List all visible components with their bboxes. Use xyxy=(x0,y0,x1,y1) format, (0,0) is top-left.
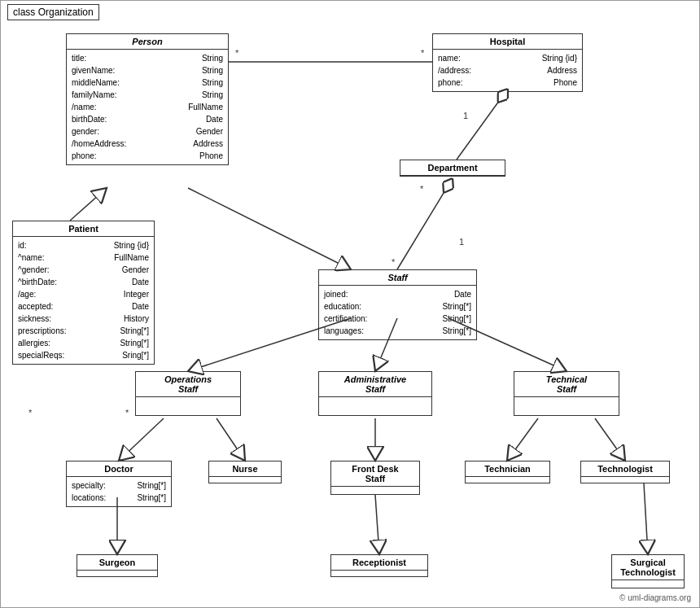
class-surgeon-name: Surgeon xyxy=(77,555,157,571)
multiplicity-staff-star: * xyxy=(392,257,396,267)
svg-line-16 xyxy=(375,495,379,554)
class-surgical-technologist-name: Surgical Technologist xyxy=(612,555,684,580)
multiplicity-person-hospital-right: * xyxy=(421,48,425,58)
class-nurse-name: Nurse xyxy=(209,461,281,477)
class-operations-staff: Operations Staff xyxy=(135,371,241,416)
class-patient: Patient id:String {id} ^name:FullName ^g… xyxy=(12,221,155,365)
svg-line-2 xyxy=(70,188,107,221)
class-receptionist: Receptionist xyxy=(330,554,428,577)
svg-line-4 xyxy=(457,89,508,160)
svg-line-10 xyxy=(119,418,164,461)
class-hospital: Hospital name:String {id} /address:Addre… xyxy=(432,33,583,92)
class-front-desk-staff: Front Desk Staff xyxy=(330,461,420,495)
multiplicity-ops-star: * xyxy=(125,408,129,418)
class-patient-attrs: id:String {id} ^name:FullName ^gender:Ge… xyxy=(13,237,154,364)
svg-line-5 xyxy=(397,178,453,269)
diagram-title: class Organization xyxy=(7,4,99,20)
class-technical-staff-name: Technical Staff xyxy=(514,372,619,397)
class-staff: Staff joined:Date education:String[*] ce… xyxy=(318,269,477,340)
class-technician: Technician xyxy=(465,461,550,483)
class-person-name: Person xyxy=(67,34,228,50)
class-department-name: Department xyxy=(400,160,505,176)
class-front-desk-staff-name: Front Desk Staff xyxy=(331,461,419,487)
class-doctor-attrs: specialty:String[*] locations:String[*] xyxy=(67,477,171,506)
svg-line-13 xyxy=(507,418,538,461)
class-technician-name: Technician xyxy=(466,461,549,477)
class-surgeon: Surgeon xyxy=(77,554,158,577)
class-department: Department xyxy=(400,160,505,177)
multiplicity-patient-star: * xyxy=(28,408,33,418)
multiplicity-person-hospital-left: * xyxy=(235,48,239,58)
class-surgical-technologist: Surgical Technologist xyxy=(611,554,685,588)
class-receptionist-name: Receptionist xyxy=(331,555,427,571)
class-administrative-staff-name: Administrative Staff xyxy=(319,372,431,397)
multiplicity-dept-staff-star: * xyxy=(420,184,424,194)
class-technical-staff: Technical Staff xyxy=(514,371,619,416)
class-staff-attrs: joined:Date education:String[*] certific… xyxy=(319,286,476,339)
multiplicity-hospital-dept: 1 xyxy=(463,111,468,120)
class-administrative-staff: Administrative Staff xyxy=(318,371,432,416)
class-doctor: Doctor specialty:String[*] locations:Str… xyxy=(66,461,172,507)
multiplicity-dept-staff: 1 xyxy=(459,237,464,247)
svg-line-11 xyxy=(217,418,245,461)
class-technologist-name: Technologist xyxy=(581,461,669,477)
class-patient-name: Patient xyxy=(13,221,154,237)
class-hospital-name: Hospital xyxy=(433,34,582,50)
diagram-container: class Organization Person title:String g… xyxy=(0,0,700,608)
class-technologist: Technologist xyxy=(580,461,670,483)
class-operations-staff-name: Operations Staff xyxy=(136,372,240,397)
class-staff-name: Staff xyxy=(319,270,476,286)
class-person: Person title:String givenName:String mid… xyxy=(66,33,229,165)
class-nurse: Nurse xyxy=(208,461,282,483)
class-doctor-name: Doctor xyxy=(67,461,171,477)
svg-line-3 xyxy=(188,188,351,269)
class-person-attrs: title:String givenName:String middleName… xyxy=(67,50,228,164)
copyright: © uml-diagrams.org xyxy=(619,593,691,602)
class-hospital-attrs: name:String {id} /address:Address phone:… xyxy=(433,50,582,91)
svg-line-17 xyxy=(644,483,648,554)
svg-line-14 xyxy=(595,418,625,461)
